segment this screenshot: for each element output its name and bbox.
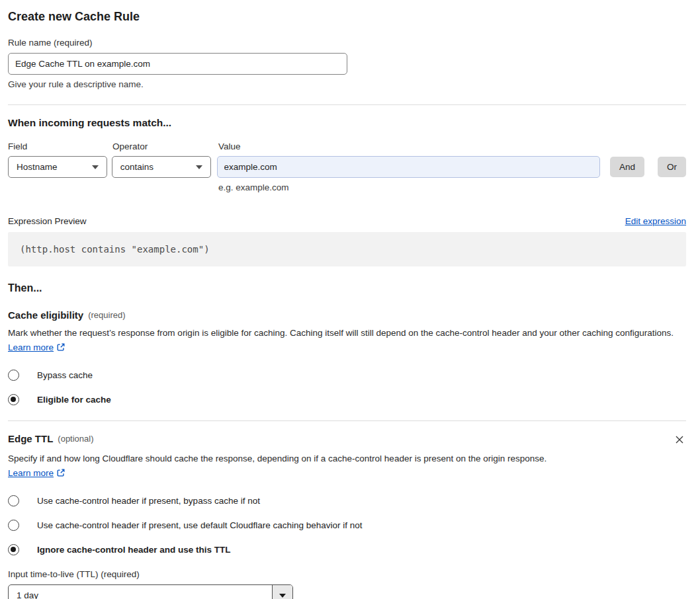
match-controls-row: Hostname contains And Or	[8, 156, 686, 178]
expression-preview-row: Expression Preview Edit expression	[8, 216, 686, 226]
match-heading: When incoming requests match...	[8, 117, 686, 129]
edge-ttl-description: Specify if and how long Cloudflare shoul…	[8, 452, 559, 481]
rule-name-help: Give your rule a descriptive name.	[8, 79, 686, 89]
radio-option-ignore-header-use-ttl[interactable]: Ignore cache-control header and use this…	[8, 544, 686, 555]
radio-option-eligible-for-cache[interactable]: Eligible for cache	[8, 394, 686, 405]
cache-eligibility-heading: Cache eligibility	[8, 309, 83, 321]
radio-label: Use cache-control header if present, byp…	[37, 496, 260, 506]
rule-name-input[interactable]	[8, 53, 347, 75]
edge-ttl-heading-row: Edge TTL (optional)	[8, 433, 686, 446]
radio-option-use-header-bypass[interactable]: Use cache-control header if present, byp…	[8, 495, 686, 506]
cache-eligibility-description-text: Mark whether the request’s response from…	[8, 328, 674, 338]
external-link-icon	[56, 467, 66, 482]
radio-label: Ignore cache-control header and use this…	[37, 545, 231, 555]
edge-ttl-heading-group: Edge TTL (optional)	[8, 433, 94, 444]
field-label: Field	[8, 141, 112, 151]
field-select-value: Hostname	[17, 162, 58, 172]
radio-label: Eligible for cache	[37, 395, 111, 405]
expression-preview-label: Expression Preview	[8, 216, 87, 226]
radio-option-bypass-cache[interactable]: Bypass cache	[8, 370, 686, 381]
page-title: Create new Cache Rule	[8, 10, 686, 24]
radio-icon[interactable]	[8, 370, 19, 381]
radio-option-use-header-default[interactable]: Use cache-control header if present, use…	[8, 520, 686, 531]
edge-ttl-qualifier: (optional)	[58, 434, 93, 444]
radio-icon[interactable]	[8, 544, 19, 555]
match-labels-row: Field Operator Value	[8, 141, 686, 151]
or-button[interactable]: Or	[658, 157, 686, 177]
edge-ttl-options: Use cache-control header if present, byp…	[8, 495, 686, 555]
then-heading: Then...	[8, 282, 686, 294]
expression-code: (http.host contains "example.com")	[20, 244, 210, 255]
edge-ttl-description-text: Specify if and how long Cloudflare shoul…	[8, 454, 547, 463]
rule-name-label: Rule name (required)	[8, 38, 686, 48]
section-divider	[8, 104, 686, 105]
value-input[interactable]	[217, 156, 600, 178]
operator-label: Operator	[112, 141, 218, 151]
radio-icon[interactable]	[8, 520, 19, 531]
cache-eligibility-description: Mark whether the request’s response from…	[8, 326, 676, 356]
radio-icon[interactable]	[8, 394, 19, 405]
section-divider	[8, 420, 686, 421]
value-help: e.g. example.com	[218, 182, 686, 192]
cache-eligibility-qualifier: (required)	[88, 310, 125, 320]
edge-ttl-heading: Edge TTL	[8, 433, 53, 444]
close-icon[interactable]	[673, 433, 686, 446]
value-label: Value	[218, 141, 241, 151]
create-cache-rule-form: Create new Cache Rule Rule name (require…	[0, 0, 700, 599]
edit-expression-link[interactable]: Edit expression	[625, 216, 686, 226]
edge-learn-more-link[interactable]: Learn more	[8, 468, 54, 478]
cache-learn-more-link[interactable]: Learn more	[8, 342, 54, 352]
radio-icon[interactable]	[8, 495, 19, 506]
ttl-select[interactable]: 1 day	[8, 584, 293, 599]
expression-code-block: (http.host contains "example.com")	[8, 232, 686, 266]
chevron-down-icon	[196, 165, 202, 169]
ttl-select-value: 1 day	[9, 585, 272, 599]
radio-label: Use cache-control header if present, use…	[37, 520, 363, 530]
radio-label: Bypass cache	[37, 370, 93, 380]
external-link-icon	[56, 342, 66, 356]
ttl-label: Input time-to-live (TTL) (required)	[8, 569, 686, 579]
cache-eligibility-heading-row: Cache eligibility (required)	[8, 309, 686, 321]
and-button[interactable]: And	[610, 157, 644, 177]
cache-eligibility-options: Bypass cache Eligible for cache	[8, 370, 686, 405]
chevron-down-icon	[279, 594, 286, 598]
ttl-dropdown-button[interactable]	[272, 585, 292, 599]
field-select[interactable]: Hostname	[8, 156, 107, 178]
chevron-down-icon	[92, 165, 99, 169]
operator-select[interactable]: contains	[112, 156, 211, 178]
operator-select-value: contains	[120, 162, 153, 172]
